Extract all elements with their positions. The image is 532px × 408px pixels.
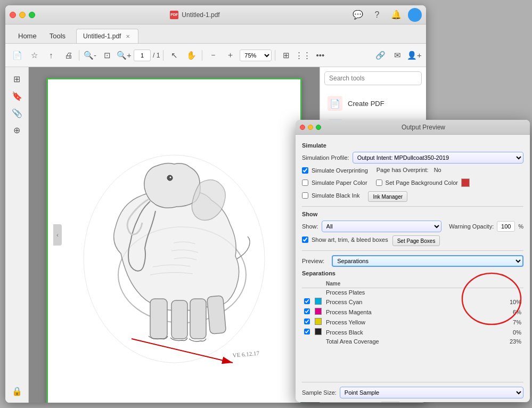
sidebar-layers-icon[interactable]: ⊕	[10, 123, 24, 137]
notification-icon[interactable]: 🔔	[389, 7, 404, 22]
page-has-overprint-label: Page has Overprint:	[377, 167, 429, 173]
divider-4	[275, 50, 275, 61]
traffic-lights	[10, 12, 35, 18]
sidebar-bookmark-icon[interactable]: 🔖	[10, 88, 24, 103]
sidebar-attachment-icon[interactable]: 📎	[10, 105, 24, 120]
set-page-bg-label: Set Page Background Color	[386, 179, 458, 186]
zoom-minus-button[interactable]: －	[206, 48, 220, 63]
ink-manager-button[interactable]: Ink Manager	[368, 191, 407, 202]
hand-tool-button[interactable]: ✋	[184, 48, 199, 63]
cursor-tool-button[interactable]: ↖	[167, 48, 182, 63]
upload-button[interactable]: ↑	[44, 48, 59, 63]
set-page-bg-row: Set Page Background Color	[376, 178, 470, 187]
sep-col-value	[502, 280, 523, 288]
simulation-profile-label: Simulation Profile:	[302, 154, 349, 161]
simulate-overprinting-checkbox[interactable]	[302, 167, 308, 174]
pdf-canvas[interactable]: ‹	[29, 67, 320, 403]
new-file-button[interactable]: 📄	[10, 48, 24, 63]
zoom-in-button[interactable]: 🔍+	[117, 48, 132, 63]
dialog-traffic-lights	[300, 125, 321, 130]
simulate-black-ink-checkbox[interactable]	[302, 192, 308, 199]
zoom-plus-button[interactable]: ＋	[223, 48, 238, 63]
simulate-overprinting-label: Simulate Overprinting	[312, 167, 368, 174]
simulate-paper-color-checkbox[interactable]	[302, 179, 308, 186]
chat-icon[interactable]: 💬	[350, 7, 365, 22]
yellow-checkbox[interactable]	[304, 319, 310, 324]
dialog-title: Output Preview	[321, 124, 526, 131]
table-row: Process Yellow 7%	[302, 317, 523, 327]
zoom-select[interactable]: 75% 50% 100% 150%	[240, 50, 272, 61]
simulate-paper-color-row: Simulate Paper Color	[302, 179, 367, 186]
page-number-input[interactable]	[134, 50, 151, 61]
black-checkbox[interactable]	[304, 329, 310, 334]
tac-value-input[interactable]	[380, 402, 400, 402]
avatar[interactable]	[408, 8, 422, 22]
set-page-bg-checkbox[interactable]	[376, 179, 382, 186]
help-icon[interactable]: ?	[370, 7, 384, 22]
dialog-minimize-button[interactable]	[308, 125, 313, 130]
set-page-boxes-button[interactable]: Set Page Boxes	[392, 235, 440, 246]
preview-label: Preview:	[302, 258, 324, 264]
svg-rect-7	[207, 296, 226, 334]
sample-size-select[interactable]: Point Sample	[340, 387, 523, 398]
zoom-fit-button[interactable]: ⊡	[100, 48, 114, 63]
more-button[interactable]: •••	[313, 48, 328, 63]
minimize-button[interactable]	[19, 12, 26, 18]
layout-button[interactable]: ⊞	[279, 48, 293, 63]
print-button[interactable]: 🖨	[61, 48, 76, 63]
sidebar-thumbnail-icon[interactable]: ⊞	[10, 71, 24, 86]
close-button[interactable]	[10, 12, 16, 18]
show-art-trim-label: Show art, trim, & bleed boxes	[312, 236, 388, 243]
dialog-close-button[interactable]	[300, 125, 305, 130]
home-menu-item[interactable]: Home	[12, 29, 43, 43]
tools-menu-item[interactable]: Tools	[43, 29, 72, 43]
dialog-maximize-button[interactable]	[316, 125, 321, 130]
divider-1	[79, 50, 79, 61]
show-art-trim-row: Show art, trim, & bleed boxes	[302, 236, 388, 243]
sep-col-color	[313, 280, 324, 288]
show-select[interactable]: All	[322, 221, 442, 232]
collapse-sidebar-arrow[interactable]: ‹	[53, 224, 62, 246]
simulation-profile-select[interactable]: Output Intent: MPDullcoat350-2019	[353, 152, 523, 164]
preview-select[interactable]: Separations	[332, 255, 523, 267]
table-row: Total Area Coverage 23%	[302, 337, 523, 346]
share-button[interactable]: 👤+	[407, 48, 422, 63]
title-bar: PDF Untitled-1.pdf 💬 ? 🔔	[5, 5, 426, 25]
dialog-content: Simulate Simulation Profile: Output Inte…	[296, 135, 530, 402]
table-row: Process Cyan 10%	[302, 297, 523, 307]
show-art-trim-checkbox[interactable]	[302, 236, 308, 243]
magenta-checkbox[interactable]	[304, 308, 310, 314]
sep-col-checkbox	[302, 280, 313, 288]
document-tab[interactable]: Untitled-1.pdf ✕	[76, 29, 138, 43]
black-color-box	[315, 328, 322, 335]
maximize-button[interactable]	[29, 12, 35, 18]
page-total: / 1	[153, 52, 160, 59]
simulate-overprinting-row: Simulate Overprinting	[302, 167, 368, 174]
search-tools-input[interactable]	[324, 71, 422, 85]
tab-close-button[interactable]: ✕	[124, 32, 132, 40]
yellow-color-box	[315, 318, 322, 325]
divider-3	[202, 50, 202, 61]
scroll-button[interactable]: ⋮⋮	[296, 48, 310, 63]
menu-bar: Home Tools Untitled-1.pdf ✕	[5, 25, 426, 44]
svg-rect-5	[171, 300, 187, 339]
separations-section-title: Separations	[302, 270, 523, 276]
create-pdf-tool[interactable]: 📄 Create PDF	[324, 92, 422, 115]
bookmark-button[interactable]: ☆	[27, 48, 42, 63]
sample-size-label: Sample Size:	[302, 389, 337, 396]
page-has-overprint-value: No	[434, 167, 441, 173]
simulate-paper-color-label: Simulate Paper Color	[312, 179, 367, 186]
email-button[interactable]: ✉	[390, 48, 405, 63]
link-button[interactable]: 🔗	[373, 48, 388, 63]
show-section-title: Show	[302, 211, 523, 217]
sep-col-name: Name	[324, 280, 502, 288]
warning-opacity-input[interactable]	[497, 221, 515, 232]
svg-point-3	[170, 177, 171, 178]
table-row: Process Black 0%	[302, 327, 523, 337]
elephant-svg: VE 6.12.17	[68, 110, 281, 376]
cyan-checkbox[interactable]	[304, 298, 310, 304]
divider-2	[163, 50, 163, 61]
sidebar-lock-icon[interactable]: 🔒	[10, 383, 24, 398]
zoom-out-button[interactable]: 🔍-	[83, 48, 97, 63]
bg-color-swatch[interactable]	[461, 178, 470, 187]
